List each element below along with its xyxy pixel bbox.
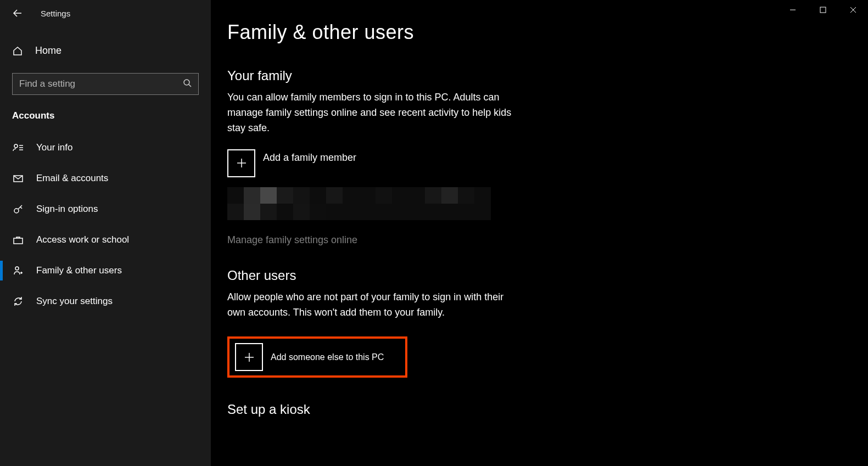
mail-icon xyxy=(12,173,24,184)
manage-family-link[interactable]: Manage family settings online xyxy=(227,234,357,246)
sync-icon xyxy=(12,296,24,307)
kiosk-heading: Set up a kiosk xyxy=(227,402,645,417)
minimize-button[interactable] xyxy=(777,0,808,20)
add-other-user-button[interactable]: Add someone else to this PC xyxy=(227,336,407,378)
plus-icon xyxy=(235,343,263,371)
sidebar-item-email[interactable]: Email & accounts xyxy=(0,163,211,194)
search-icon xyxy=(176,78,198,89)
add-family-label: Add a family member xyxy=(263,152,356,164)
sidebar-item-label: Email & accounts xyxy=(36,173,108,184)
window-controls xyxy=(777,0,868,20)
plus-icon xyxy=(227,149,255,177)
sidebar-item-label: Family & other users xyxy=(36,265,122,276)
sidebar-item-your-info[interactable]: Your info xyxy=(0,132,211,163)
app-title: Settings xyxy=(41,9,70,18)
sidebar-item-label: Sign-in options xyxy=(36,204,98,215)
sidebar-item-signin[interactable]: Sign-in options xyxy=(0,194,211,224)
family-icon xyxy=(12,265,24,276)
search-input[interactable] xyxy=(13,78,176,89)
svg-point-12 xyxy=(14,209,19,213)
briefcase-icon xyxy=(12,234,24,245)
page-title: Family & other users xyxy=(227,21,645,44)
svg-point-16 xyxy=(15,267,19,270)
maximize-button[interactable] xyxy=(808,0,838,20)
svg-line-14 xyxy=(20,207,22,209)
svg-point-5 xyxy=(184,80,189,85)
home-link[interactable]: Home xyxy=(0,37,211,64)
sidebar-item-label: Your info xyxy=(36,142,72,153)
family-member-redacted xyxy=(227,187,645,204)
sidebar: Settings Home Accounts Your info xyxy=(0,0,211,466)
sidebar-item-label: Sync your settings xyxy=(36,296,113,307)
your-family-desc: You can allow family members to sign in … xyxy=(227,90,513,136)
svg-line-6 xyxy=(189,85,191,87)
svg-point-7 xyxy=(14,144,18,148)
add-family-member-button[interactable]: Add a family member xyxy=(227,149,645,177)
sidebar-item-family[interactable]: Family & other users xyxy=(0,255,211,286)
other-users-heading: Other users xyxy=(227,268,645,283)
sidebar-item-sync[interactable]: Sync your settings xyxy=(0,286,211,317)
section-title: Accounts xyxy=(12,110,211,121)
key-icon xyxy=(12,204,24,215)
person-card-icon xyxy=(12,142,24,153)
main-content: Family & other users Your family You can… xyxy=(211,0,868,466)
your-family-heading: Your family xyxy=(227,68,645,83)
close-button[interactable] xyxy=(838,0,868,20)
search-box[interactable] xyxy=(12,73,199,95)
sidebar-item-work[interactable]: Access work or school xyxy=(0,224,211,255)
home-icon xyxy=(12,46,23,57)
sidebar-header: Settings xyxy=(0,0,211,26)
svg-rect-15 xyxy=(14,238,23,244)
other-users-desc: Allow people who are not part of your fa… xyxy=(227,290,513,321)
family-member-redacted-2 xyxy=(227,204,645,220)
svg-rect-1 xyxy=(820,7,826,13)
back-button[interactable] xyxy=(12,8,29,19)
home-label: Home xyxy=(35,45,61,57)
sidebar-item-label: Access work or school xyxy=(36,234,129,245)
add-other-user-label: Add someone else to this PC xyxy=(271,352,384,362)
